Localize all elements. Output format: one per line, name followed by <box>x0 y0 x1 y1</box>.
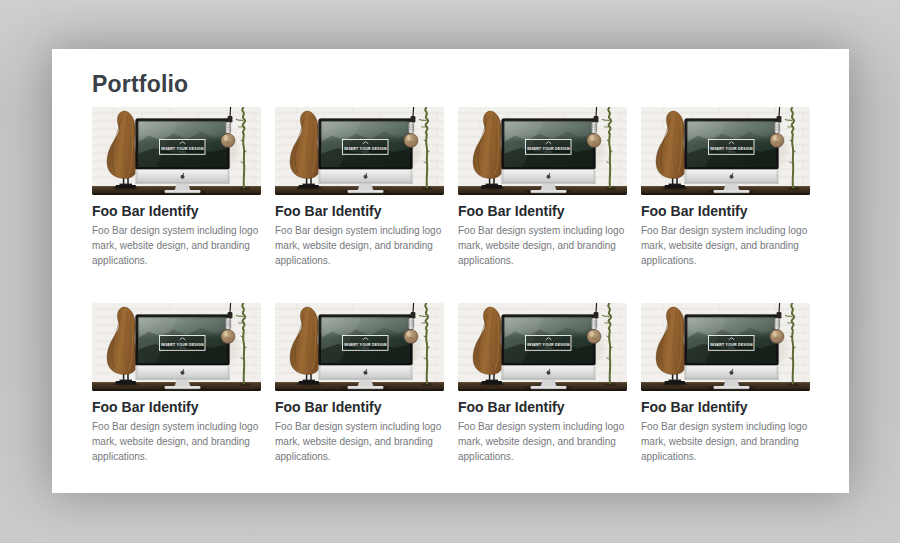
item-title: Foo Bar Identify <box>458 399 627 416</box>
item-description: Foo Bar design system including logo mar… <box>641 419 810 464</box>
item-description: Foo Bar design system including logo mar… <box>275 223 444 268</box>
portfolio-thumbnail[interactable] <box>275 303 444 391</box>
item-description: Foo Bar design system including logo mar… <box>92 419 261 464</box>
item-description: Foo Bar design system including logo mar… <box>641 223 810 268</box>
item-description: Foo Bar design system including logo mar… <box>458 419 627 464</box>
page-background: Portfolio Foo Bar Identify Foo Bar desig… <box>0 0 900 543</box>
portfolio-item-caption: Foo Bar Identify Foo Bar design system i… <box>641 399 810 464</box>
item-title: Foo Bar Identify <box>641 203 810 220</box>
portfolio-card: Portfolio Foo Bar Identify Foo Bar desig… <box>52 49 849 493</box>
item-title: Foo Bar Identify <box>641 399 810 416</box>
portfolio-grid: Foo Bar Identify Foo Bar design system i… <box>92 107 810 464</box>
portfolio-thumbnail[interactable] <box>92 107 261 195</box>
item-title: Foo Bar Identify <box>458 203 627 220</box>
portfolio-item: Foo Bar Identify Foo Bar design system i… <box>458 107 627 268</box>
portfolio-item: Foo Bar Identify Foo Bar design system i… <box>641 303 810 464</box>
portfolio-thumbnail[interactable] <box>275 107 444 195</box>
item-description: Foo Bar design system including logo mar… <box>92 223 261 268</box>
portfolio-thumbnail[interactable] <box>92 303 261 391</box>
portfolio-thumbnail[interactable] <box>641 303 810 391</box>
item-title: Foo Bar Identify <box>92 203 261 220</box>
item-description: Foo Bar design system including logo mar… <box>275 419 444 464</box>
portfolio-item-caption: Foo Bar Identify Foo Bar design system i… <box>92 203 261 268</box>
portfolio-item: Foo Bar Identify Foo Bar design system i… <box>275 303 444 464</box>
portfolio-item: Foo Bar Identify Foo Bar design system i… <box>458 303 627 464</box>
portfolio-item: Foo Bar Identify Foo Bar design system i… <box>641 107 810 268</box>
item-title: Foo Bar Identify <box>92 399 261 416</box>
item-title: Foo Bar Identify <box>275 203 444 220</box>
portfolio-item: Foo Bar Identify Foo Bar design system i… <box>92 303 261 464</box>
page-title: Portfolio <box>92 71 810 97</box>
portfolio-item-caption: Foo Bar Identify Foo Bar design system i… <box>92 399 261 464</box>
item-description: Foo Bar design system including logo mar… <box>458 223 627 268</box>
item-title: Foo Bar Identify <box>275 399 444 416</box>
portfolio-item-caption: Foo Bar Identify Foo Bar design system i… <box>275 203 444 268</box>
portfolio-item-caption: Foo Bar Identify Foo Bar design system i… <box>641 203 810 268</box>
portfolio-thumbnail[interactable] <box>458 107 627 195</box>
portfolio-thumbnail[interactable] <box>641 107 810 195</box>
portfolio-item: Foo Bar Identify Foo Bar design system i… <box>275 107 444 268</box>
portfolio-item-caption: Foo Bar Identify Foo Bar design system i… <box>275 399 444 464</box>
portfolio-item: Foo Bar Identify Foo Bar design system i… <box>92 107 261 268</box>
portfolio-thumbnail[interactable] <box>458 303 627 391</box>
portfolio-item-caption: Foo Bar Identify Foo Bar design system i… <box>458 203 627 268</box>
portfolio-item-caption: Foo Bar Identify Foo Bar design system i… <box>458 399 627 464</box>
